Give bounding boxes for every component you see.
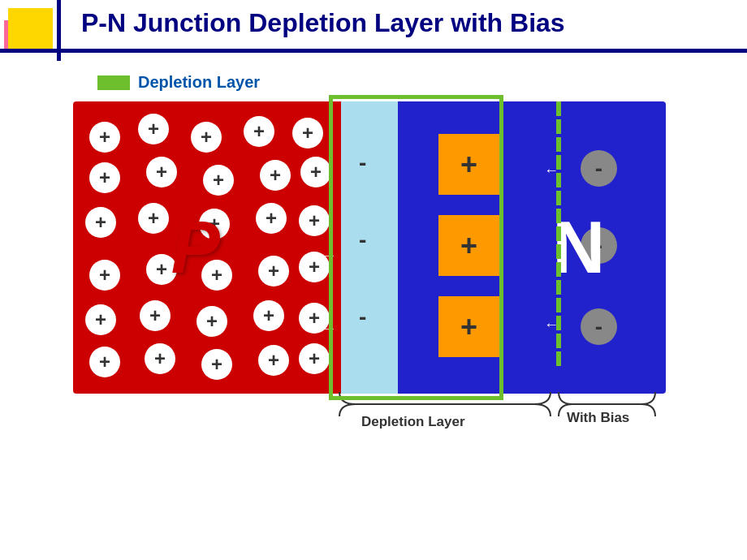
plus-circle: + [89, 260, 120, 291]
plus-circle: + [138, 203, 169, 234]
page-title: P-N Junction Depletion Layer with Bias [81, 8, 565, 38]
plus-circle: + [191, 122, 222, 153]
dash-13 [556, 316, 561, 330]
plus-circle: + [258, 256, 289, 286]
plus-circle: + [145, 343, 175, 374]
neg-sign-3: - [359, 304, 366, 330]
legend-color-box [97, 75, 130, 90]
dash-10 [556, 262, 561, 277]
dash-5 [556, 173, 561, 187]
orange-box-1: + [438, 134, 499, 195]
dash-8 [556, 226, 561, 241]
plus-circle: + [85, 304, 116, 335]
p-label: P [171, 206, 220, 290]
plus-circle: + [260, 160, 291, 191]
dash-7 [556, 209, 561, 223]
dash-6 [556, 191, 561, 205]
dash-12 [556, 298, 561, 312]
orange-box-2: + [438, 215, 499, 276]
minus-circle-1: - [581, 150, 617, 187]
arrow-right-1: → [321, 246, 337, 265]
plus-circle: + [299, 205, 330, 236]
plus-circle: + [85, 207, 116, 238]
deco-yellow [8, 8, 53, 53]
plus-circle: + [258, 345, 289, 376]
dash-14 [556, 334, 561, 348]
plus-circle: + [201, 349, 232, 380]
minus-circle-3: - [581, 308, 617, 345]
legend: Depletion Layer [97, 73, 260, 92]
plus-circle: + [292, 118, 323, 149]
plus-circle: + [244, 116, 274, 147]
neg-sign-1: - [359, 150, 366, 176]
dash-3 [556, 137, 561, 152]
legend-label: Depletion Layer [138, 73, 260, 92]
plus-circle: + [146, 157, 177, 187]
plus-circle: + [196, 306, 227, 337]
n-region: N + + + - - - ← ← [394, 101, 666, 394]
plus-circle: + [300, 157, 331, 187]
plus-circle: + [140, 300, 171, 331]
neg-sign-2: - [359, 227, 366, 253]
p-region: P + + + + + + + + + + + + + + + + + + + … [73, 101, 345, 394]
arrow-right-2: → [321, 319, 337, 338]
dash-11 [556, 280, 561, 295]
plus-circle: + [256, 203, 287, 234]
plus-circle: + [203, 165, 234, 196]
plus-circle: + [299, 343, 330, 374]
label-depletion-layer: Depletion Layer [361, 414, 465, 430]
deco-blue-vert [57, 0, 61, 61]
dash-1 [556, 101, 561, 116]
deco-blue-line [0, 49, 747, 53]
dash-4 [556, 155, 561, 170]
dash-9 [556, 244, 561, 259]
dash-2 [556, 119, 561, 134]
label-with-bias: With Bias [567, 410, 629, 426]
neg-strip: - - - [341, 101, 398, 394]
dash-15 [556, 351, 561, 366]
plus-circle: + [89, 347, 120, 377]
plus-circle: + [253, 300, 284, 331]
orange-box-3: + [438, 296, 499, 357]
main-diagram: P + + + + + + + + + + + + + + + + + + + … [73, 101, 666, 418]
plus-circle: + [89, 122, 120, 153]
plus-circle: + [138, 114, 169, 144]
plus-circle: + [89, 162, 120, 193]
depletion-brace [331, 392, 559, 416]
bias-boundary [556, 101, 561, 394]
